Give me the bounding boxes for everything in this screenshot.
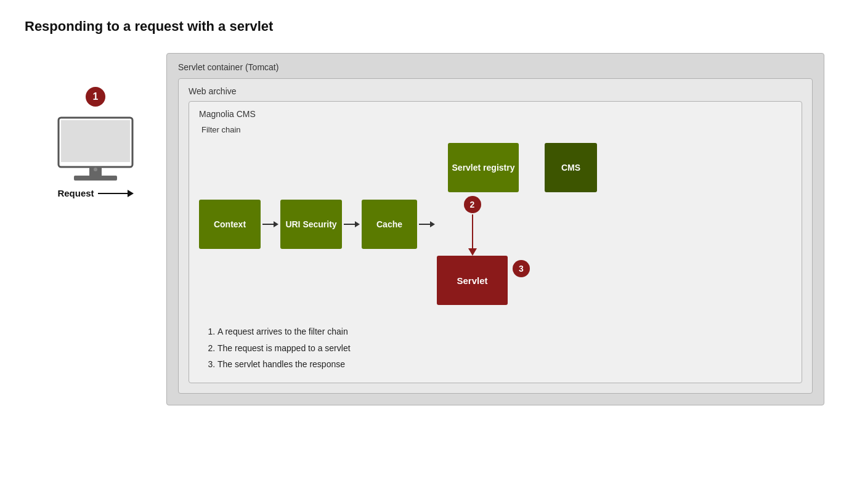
page-title: Responding to a request with a servlet xyxy=(25,18,824,35)
svg-rect-1 xyxy=(61,120,130,162)
list-item-1: A request arrives to the filter chain xyxy=(217,323,792,340)
right-filter-section: Servlet registry 2 xyxy=(437,143,530,305)
step-badge-3: 3 xyxy=(513,260,530,277)
filter-box-cache: Cache xyxy=(362,200,417,249)
down-arrow xyxy=(468,214,477,256)
description-list: A request arrives to the filter chain Th… xyxy=(199,323,792,373)
list-item-3: The servlet handles the response xyxy=(217,356,792,373)
left-panel: 1 Request xyxy=(25,53,166,198)
filter-box-uri-security: URI Security xyxy=(280,200,342,249)
request-arrow xyxy=(98,190,134,197)
magnolia-box: Magnolia CMS Filter chain Context xyxy=(189,101,802,383)
arrow-context-uri xyxy=(262,221,278,227)
web-archive-label: Web archive xyxy=(189,86,802,96)
computer-icon xyxy=(46,112,145,185)
servlet-box: Servlet xyxy=(437,256,508,305)
filter-chain-row: Context URI Security xyxy=(199,143,792,305)
step-badge-1: 1 xyxy=(86,87,105,107)
filter-chain-label: Filter chain xyxy=(201,125,792,134)
step-badge-2: 2 xyxy=(464,196,481,213)
filter-box-servlet-registry: Servlet registry xyxy=(448,143,519,192)
filter-box-cms: CMS xyxy=(545,143,597,192)
request-label: Request xyxy=(57,188,94,198)
svg-point-4 xyxy=(94,168,97,171)
arrow-cache-servlet-registry xyxy=(419,221,435,227)
filter-box-context: Context xyxy=(199,200,261,249)
arrow-uri-cache xyxy=(344,221,360,227)
request-row: Request xyxy=(57,188,133,198)
magnolia-label: Magnolia CMS xyxy=(199,109,792,119)
servlet-container-box: Servlet container (Tomcat) Web archive M… xyxy=(166,53,824,405)
svg-rect-3 xyxy=(74,176,117,181)
diagram: 1 Request Servlet container (Tomcat) Web xyxy=(25,53,824,405)
list-item-2: The request is mapped to a servlet xyxy=(217,340,792,357)
lower-section: A request arrives to the filter chain Th… xyxy=(199,323,792,373)
servlet-container-label: Servlet container (Tomcat) xyxy=(178,62,813,72)
web-archive-box: Web archive Magnolia CMS Filter chain Co… xyxy=(178,78,813,394)
